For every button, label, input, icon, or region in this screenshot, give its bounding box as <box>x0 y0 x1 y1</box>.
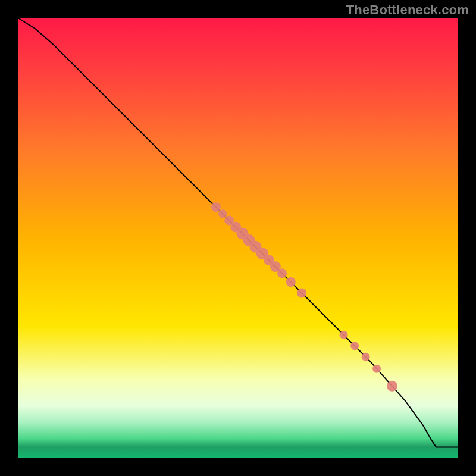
data-point <box>340 331 348 339</box>
data-point <box>286 277 296 287</box>
data-point <box>277 268 287 278</box>
data-point <box>211 202 221 212</box>
data-point <box>362 353 370 361</box>
data-point <box>297 289 306 298</box>
watermark-text: TheBottleneck.com <box>346 2 469 18</box>
chart-root: TheBottleneck.com <box>0 0 476 476</box>
data-point <box>387 381 397 392</box>
data-point <box>218 209 227 218</box>
plot-background <box>18 18 458 458</box>
data-point <box>372 365 381 373</box>
chart-canvas <box>0 0 476 476</box>
data-point <box>350 342 359 350</box>
